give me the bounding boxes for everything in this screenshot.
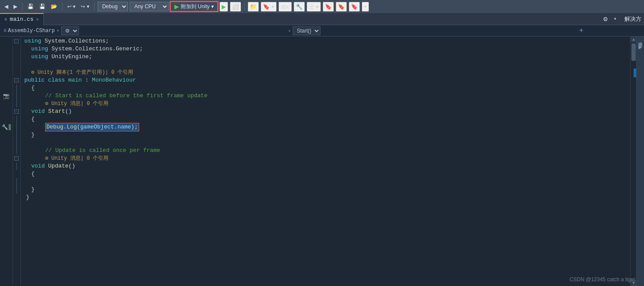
code-line-21: } — [24, 194, 630, 201]
left-margin: 📷 🔧 — [0, 36, 13, 286]
sep4 — [244, 3, 245, 10]
tab-bar: ≡ main.cs ✕ ⚙ ▾ 解决方 — [0, 13, 644, 25]
undo-btn[interactable]: ↩ ▾ — [65, 3, 77, 10]
bk4-btn[interactable]: ▾ — [362, 2, 369, 12]
indent-btn[interactable]: ☰ ▾ — [307, 2, 321, 12]
save-btn[interactable]: 💾 — [26, 3, 36, 10]
solution-label: 解决方 — [622, 15, 644, 23]
code-line-15: // Update is called once per frame — [24, 147, 630, 155]
editor-container: 📷 🔧 − − — [0, 36, 644, 286]
code-line-8: // Start is called before the first fram… — [24, 92, 630, 100]
breadcrumb-sep2: ▸ — [288, 28, 291, 33]
stop-icon: ⬜ — [232, 3, 239, 10]
forward-btn[interactable]: ▶ — [12, 3, 19, 10]
add-btn[interactable]: + — [576, 27, 586, 35]
tab-pin[interactable]: ✕ — [36, 16, 39, 22]
sep2 — [62, 3, 62, 10]
right-panel-arrow[interactable]: ▶ — [639, 44, 642, 51]
fold-btn-4[interactable]: − — [14, 156, 19, 161]
bookmark-btn[interactable]: 🔖 — [323, 2, 334, 12]
fold-gutter: − − − — [13, 36, 21, 286]
code-line-10: void Start() — [24, 108, 630, 115]
watermark: CSDN @12345 catch a tiger — [569, 276, 635, 283]
code-line-9: ⚙ Unity 消息| 0 个引用 — [24, 100, 630, 108]
breadcrumb-bar: ≡ Assembly-CSharp ▾ ⚙ ▸ Start() + — [0, 25, 644, 36]
fold-btn-2[interactable]: − — [14, 78, 19, 82]
tab-icon: ≡ — [4, 17, 7, 22]
namespace-icon: ≡ — [3, 28, 7, 34]
dropdown-arrow: ▾ — [211, 3, 214, 10]
method-select[interactable]: Start() — [293, 26, 320, 35]
code-line-12[interactable]: Debug.Log(gameObject.name); — [24, 123, 630, 131]
attach-label: 附加到 Unity — [181, 3, 210, 10]
attach-unity-button[interactable]: ▶ 附加到 Unity ▾ — [170, 2, 218, 11]
bk3-btn[interactable]: 🔖 — [349, 2, 360, 12]
open-btn[interactable]: 📂 — [49, 3, 59, 10]
sep1 — [22, 3, 23, 10]
cpu-dropdown[interactable]: Any CPU — [130, 2, 169, 11]
stop-btn[interactable]: ⬜ — [230, 2, 241, 12]
scroll-up-btn[interactable]: ▲ — [631, 36, 637, 43]
breadcrumb-sep1: ▾ — [56, 28, 59, 33]
right-edge-marker — [634, 69, 636, 77]
debug-dropdown[interactable]: Debug — [98, 2, 128, 11]
scrollbar-thumb[interactable] — [631, 43, 636, 61]
breadcrumb-method-container[interactable]: Start() — [291, 26, 576, 35]
play2-icon: ▶ — [222, 3, 226, 10]
code-line-20: } — [24, 186, 630, 194]
settings-gear-icon[interactable]: ⚙ — [601, 15, 610, 23]
toolbar: ◀ ▶ 💾 💾 📂 ↩ ▾ ↪ ▾ Debug Any CPU ▶ 附加到 Un… — [0, 0, 644, 13]
redo-btn[interactable]: ↪ ▾ — [79, 3, 91, 10]
folder-btn[interactable]: 📁 — [248, 2, 259, 12]
namespace-label: Assembly-CSharp — [8, 28, 55, 34]
code-line-2: using System.Collections.Generic; — [24, 45, 630, 53]
breadcrumb-class-container[interactable]: ⚙ — [59, 26, 288, 35]
sep3 — [94, 3, 95, 10]
code-line-14 — [24, 139, 630, 147]
code-line-19 — [24, 178, 630, 186]
code-line-6: public class main : MonoBehaviour — [24, 76, 630, 84]
save-all-btn[interactable]: 💾 — [37, 3, 47, 10]
tab-main-cs[interactable]: ≡ main.cs ✕ — [0, 13, 44, 25]
code-line-1: using System.Collections; — [24, 37, 630, 45]
code-line-18: { — [24, 170, 630, 178]
wrench-icon: 🔧 — [2, 124, 8, 131]
code-line-11: { — [24, 115, 630, 123]
code-line-16: ⚙ Unity 消息| 0 个引用 — [24, 155, 630, 162]
camera-icon: 📷 — [3, 93, 10, 99]
breadcrumb-namespace[interactable]: ≡ Assembly-CSharp — [2, 25, 56, 36]
code-line-5: ⚙ Unity 脚本(1 个资产引用)| 0 个引用 — [24, 69, 630, 76]
right-panel: 搜索 ▶ — [636, 36, 644, 286]
code-line-17: void Update() — [24, 162, 630, 170]
refactor-btn[interactable]: 🔧 — [294, 2, 305, 12]
code-line-13: } — [24, 131, 630, 139]
tab-label: main.cs — [10, 16, 34, 23]
text-btn[interactable]: abc — [278, 2, 292, 12]
code-line-3: using UnityEngine; — [24, 53, 630, 61]
back-btn[interactable]: ◀ — [3, 3, 10, 10]
play2-btn[interactable]: ▶ — [219, 2, 228, 12]
code-line-7: { — [24, 84, 630, 92]
fold-btn-1[interactable]: − — [14, 39, 19, 43]
tab-dropdown-btn[interactable]: ▾ — [610, 16, 620, 22]
code-editor[interactable]: using System.Collections; using System.C… — [21, 36, 630, 286]
fold-btn-3[interactable]: − — [14, 109, 19, 114]
class-select[interactable]: ⚙ — [61, 26, 79, 35]
code-line-4 — [24, 61, 630, 69]
play-icon: ▶ — [174, 3, 179, 10]
bk2-btn[interactable]: 🔖 — [336, 2, 347, 12]
save2-btn[interactable]: 🔖 ▾ — [261, 2, 277, 12]
